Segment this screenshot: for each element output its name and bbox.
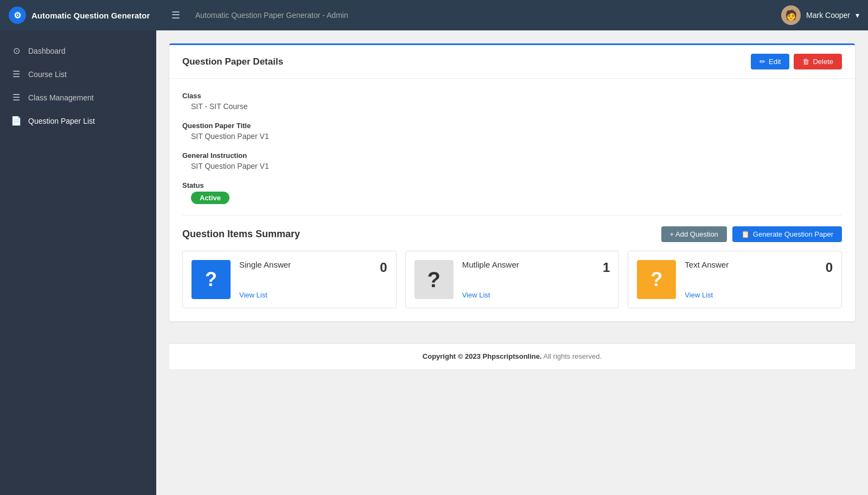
card-title: Question Paper Details (182, 56, 283, 67)
layout: ⊙ Dashboard ☰ Course List ☰ Class Manage… (0, 30, 868, 495)
text-answer-info: Text Answer 0 View List (685, 260, 833, 299)
navbar-left: ⚙ Automatic Question Generator ☰ Automat… (9, 7, 348, 24)
class-row: Class SIT - SIT Course (182, 92, 842, 111)
hamburger-button[interactable]: ☰ (171, 9, 180, 21)
class-management-icon: ☰ (11, 92, 22, 103)
details-card: Question Paper Details ✏ Edit 🗑 Delete C… (169, 43, 855, 321)
text-answer-count: 0 (826, 260, 833, 275)
status-badge: Active (191, 192, 229, 204)
class-label: Class (182, 92, 842, 100)
instruction-label: General Instruction (182, 151, 842, 160)
main-content: Question Paper Details ✏ Edit 🗑 Delete C… (156, 30, 868, 495)
text-answer-card: ? Text Answer 0 View List (628, 251, 842, 308)
footer-copyright: Copyright © 2023 Phpscriptsonline. All r… (423, 352, 602, 360)
generate-question-paper-button[interactable]: 📋 Generate Question Paper (732, 226, 842, 242)
footer-rights: All rights reserved. (544, 352, 602, 360)
dashboard-icon: ⊙ (11, 46, 22, 56)
app-name: Automatic Question Generator (31, 11, 150, 20)
generate-icon: 📋 (741, 230, 750, 238)
sidebar-item-course-list[interactable]: ☰ Course List (0, 62, 156, 86)
sidebar-item-question-paper-list[interactable]: 📄 Question Paper List (0, 109, 156, 132)
delete-label: Delete (813, 58, 833, 66)
course-list-icon: ☰ (11, 69, 22, 79)
sidebar-label-class-management: Class Management (28, 93, 94, 102)
single-answer-top: Single Answer 0 (239, 260, 387, 275)
multiple-answer-view-link[interactable]: View List (462, 291, 610, 299)
hamburger-icon: ☰ (171, 10, 180, 21)
footer-brand: Copyright © 2023 Phpscriptsonline. (423, 352, 542, 360)
sidebar-label-dashboard: Dashboard (28, 47, 66, 55)
sidebar-item-dashboard[interactable]: ⊙ Dashboard (0, 39, 156, 62)
brand-icon: ⚙ (9, 7, 26, 24)
text-answer-top: Text Answer 0 (685, 260, 833, 275)
question-paper-icon: 📄 (11, 116, 22, 126)
trash-icon: 🗑 (802, 58, 809, 66)
instruction-row: General Instruction SIT Question Paper V… (182, 151, 842, 170)
sidebar-label-question-paper-list: Question Paper List (28, 117, 95, 125)
multiple-answer-icon: ? (414, 260, 454, 299)
multiple-answer-count: 1 (603, 260, 610, 275)
paper-title-label: Question Paper Title (182, 122, 842, 130)
single-answer-info: Single Answer 0 View List (239, 260, 387, 299)
card-header: Question Paper Details ✏ Edit 🗑 Delete (169, 45, 855, 79)
navbar: ⚙ Automatic Question Generator ☰ Automat… (0, 0, 868, 30)
single-answer-count: 0 (380, 260, 387, 275)
status-row: Status Active (182, 181, 842, 204)
instruction-value: SIT Question Paper V1 (182, 162, 842, 170)
dropdown-icon: ▾ (856, 11, 859, 20)
multiple-answer-card: ? Mutliple Answer 1 View List (405, 251, 620, 308)
edit-icon: ✏ (760, 58, 765, 66)
sidebar-label-course-list: Course List (28, 70, 67, 79)
edit-button[interactable]: ✏ Edit (751, 54, 789, 69)
divider (182, 215, 842, 215)
admin-title: Automatic Question Paper Generator - Adm… (191, 11, 348, 20)
text-answer-view-link[interactable]: View List (685, 291, 833, 299)
user-menu[interactable]: 🧑 Mark Cooper ▾ (781, 5, 859, 25)
paper-title-row: Question Paper Title SIT Question Paper … (182, 122, 842, 141)
card-body: Class SIT - SIT Course Question Paper Ti… (169, 79, 855, 321)
edit-label: Edit (769, 58, 781, 66)
summary-title: Question Items Summary (182, 229, 300, 240)
summary-header: Question Items Summary + Add Question 📋 … (182, 226, 842, 242)
single-answer-type: Single Answer (239, 260, 291, 269)
footer: Copyright © 2023 Phpscriptsonline. All r… (169, 343, 855, 369)
multiple-answer-info: Mutliple Answer 1 View List (462, 260, 610, 299)
text-answer-type: Text Answer (685, 260, 729, 269)
navbar-brand: ⚙ Automatic Question Generator (9, 7, 165, 24)
avatar: 🧑 (781, 5, 801, 25)
single-answer-view-link[interactable]: View List (239, 291, 387, 299)
summary-cards: ? Single Answer 0 View List ? (182, 251, 842, 308)
status-label: Status (182, 181, 842, 189)
text-answer-icon: ? (637, 260, 676, 299)
class-value: SIT - SIT Course (182, 102, 842, 111)
add-question-label: + Add Question (670, 230, 718, 238)
user-name: Mark Cooper (806, 11, 850, 20)
brand-icon-symbol: ⚙ (14, 10, 21, 21)
paper-title-value: SIT Question Paper V1 (182, 132, 842, 141)
delete-button[interactable]: 🗑 Delete (794, 54, 842, 69)
sidebar: ⊙ Dashboard ☰ Course List ☰ Class Manage… (0, 30, 156, 495)
single-answer-icon: ? (192, 260, 231, 299)
sidebar-item-class-management[interactable]: ☰ Class Management (0, 86, 156, 109)
generate-label: Generate Question Paper (753, 230, 833, 238)
add-question-button[interactable]: + Add Question (661, 226, 727, 242)
single-answer-card: ? Single Answer 0 View List (182, 251, 397, 308)
multiple-answer-type: Mutliple Answer (462, 260, 519, 269)
header-actions: ✏ Edit 🗑 Delete (751, 54, 842, 69)
multiple-answer-top: Mutliple Answer 1 (462, 260, 610, 275)
